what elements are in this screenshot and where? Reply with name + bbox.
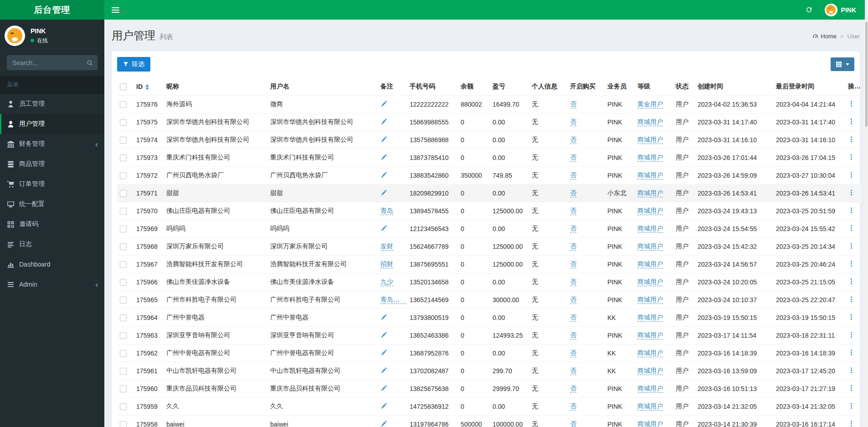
purchase-toggle-link[interactable]: 否 <box>570 349 576 357</box>
level-link[interactable]: 商城用户 <box>637 331 663 340</box>
sidebar-link-统一配置[interactable]: 统一配置 <box>0 194 104 214</box>
row-actions-icon[interactable] <box>848 367 855 374</box>
row-actions-icon[interactable] <box>848 136 855 143</box>
select-all-checkbox[interactable] <box>120 83 127 90</box>
remark-link[interactable]: 青岛 <box>380 207 393 215</box>
row-checkbox[interactable] <box>120 297 127 304</box>
row-checkbox[interactable] <box>120 403 127 410</box>
purchase-toggle-link[interactable]: 否 <box>570 367 576 375</box>
pencil-icon[interactable] <box>380 421 387 427</box>
row-actions-icon[interactable] <box>848 420 855 427</box>
level-link[interactable]: 商城用户 <box>637 189 663 197</box>
purchase-toggle-link[interactable]: 否 <box>570 278 576 286</box>
row-checkbox[interactable] <box>120 243 127 250</box>
level-link[interactable]: 商城用户 <box>637 260 663 268</box>
purchase-toggle-link[interactable]: 否 <box>570 420 576 427</box>
level-link[interactable]: 商城用户 <box>637 367 663 375</box>
pencil-icon[interactable] <box>380 119 387 126</box>
purchase-toggle-link[interactable]: 否 <box>570 100 576 108</box>
purchase-toggle-link[interactable]: 否 <box>570 136 576 144</box>
sidebar-link-财务管理[interactable]: 财务管理‹ <box>0 134 104 154</box>
purchase-toggle-link[interactable]: 否 <box>570 296 576 304</box>
row-actions-icon[interactable] <box>848 154 855 160</box>
row-actions-icon[interactable] <box>848 402 855 409</box>
hamburger-icon[interactable] <box>104 0 126 20</box>
level-link[interactable]: 商城用户 <box>637 314 663 322</box>
row-checkbox[interactable] <box>120 350 127 357</box>
sidebar-link-日志[interactable]: 日志 <box>0 234 104 254</box>
breadcrumb-home-link[interactable]: Home <box>812 33 837 40</box>
row-actions-icon[interactable] <box>848 100 855 107</box>
row-actions-icon[interactable] <box>848 331 855 338</box>
row-checkbox[interactable] <box>120 332 127 339</box>
pencil-icon[interactable] <box>380 154 387 162</box>
row-checkbox[interactable] <box>120 190 127 197</box>
row-checkbox[interactable] <box>120 119 127 126</box>
columns-dropdown-button[interactable] <box>831 57 854 71</box>
row-checkbox[interactable] <box>120 101 127 108</box>
purchase-toggle-link[interactable]: 否 <box>570 207 576 215</box>
remark-link[interactable]: 青岛九少 <box>380 296 406 304</box>
pencil-icon[interactable] <box>380 172 387 180</box>
sidebar-link-员工管理[interactable]: 员工管理 <box>0 94 104 114</box>
search-button[interactable] <box>87 60 98 66</box>
row-checkbox[interactable] <box>120 261 127 268</box>
row-actions-icon[interactable] <box>848 171 855 178</box>
sidebar-link-Dashboard[interactable]: Dashboard <box>0 254 104 274</box>
level-link[interactable]: 商城用户 <box>637 420 663 427</box>
sort-icon[interactable] <box>145 84 149 90</box>
pencil-icon[interactable] <box>380 137 387 144</box>
row-actions-icon[interactable] <box>848 260 855 267</box>
purchase-toggle-link[interactable]: 否 <box>570 242 576 251</box>
remark-link[interactable]: 招财 <box>380 260 393 268</box>
filter-button[interactable]: 筛选 <box>117 57 150 72</box>
purchase-toggle-link[interactable]: 否 <box>570 314 576 322</box>
purchase-toggle-link[interactable]: 否 <box>570 154 576 162</box>
level-link[interactable]: 商城用户 <box>637 242 663 251</box>
sidebar-link-商品管理[interactable]: 商品管理 <box>0 154 104 174</box>
scrollbar-thumb[interactable] <box>865 22 868 127</box>
level-link[interactable]: 商城用户 <box>637 402 663 411</box>
row-actions-icon[interactable] <box>848 189 855 196</box>
level-link[interactable]: 商城用户 <box>637 207 663 215</box>
level-link[interactable]: 商城用户 <box>637 385 663 393</box>
pencil-icon[interactable] <box>380 368 387 375</box>
row-actions-icon[interactable] <box>848 278 855 285</box>
level-link[interactable]: 商城用户 <box>637 154 663 162</box>
purchase-toggle-link[interactable]: 否 <box>570 402 576 411</box>
row-checkbox[interactable] <box>120 279 127 286</box>
row-checkbox[interactable] <box>120 386 127 392</box>
purchase-toggle-link[interactable]: 否 <box>570 331 576 340</box>
level-link[interactable]: 商城用户 <box>637 118 663 126</box>
page-scrollbar[interactable] <box>865 0 868 427</box>
row-actions-icon[interactable] <box>848 225 855 232</box>
sidebar-link-Admin[interactable]: Admin‹ <box>0 274 104 294</box>
pencil-icon[interactable] <box>380 403 387 411</box>
level-link[interactable]: 商城用户 <box>637 296 663 304</box>
row-actions-icon[interactable] <box>848 296 855 303</box>
pencil-icon[interactable] <box>380 332 387 340</box>
refresh-icon[interactable] <box>805 6 813 14</box>
row-actions-icon[interactable] <box>848 207 855 214</box>
purchase-toggle-link[interactable]: 否 <box>570 189 576 197</box>
sidebar-link-用户管理[interactable]: 用户管理 <box>0 114 104 134</box>
row-checkbox[interactable] <box>120 421 127 427</box>
row-checkbox[interactable] <box>120 172 127 179</box>
remark-link[interactable]: 发财 <box>380 242 393 251</box>
pencil-icon[interactable] <box>380 314 387 322</box>
search-input[interactable] <box>7 59 87 67</box>
row-checkbox[interactable] <box>120 368 127 375</box>
brand-logo[interactable]: 后台管理 <box>0 0 104 20</box>
level-link[interactable]: 商城用户 <box>637 278 663 286</box>
purchase-toggle-link[interactable]: 否 <box>570 260 576 268</box>
row-checkbox[interactable] <box>120 137 127 144</box>
level-link[interactable]: 商城用户 <box>637 225 663 233</box>
row-actions-icon[interactable] <box>848 242 855 249</box>
purchase-toggle-link[interactable]: 否 <box>570 385 576 393</box>
pencil-icon[interactable] <box>380 101 387 108</box>
pencil-icon[interactable] <box>380 350 387 357</box>
pencil-icon[interactable] <box>380 226 387 233</box>
row-checkbox[interactable] <box>120 208 127 215</box>
level-link[interactable]: 商城用户 <box>637 349 663 357</box>
row-actions-icon[interactable] <box>848 118 855 125</box>
